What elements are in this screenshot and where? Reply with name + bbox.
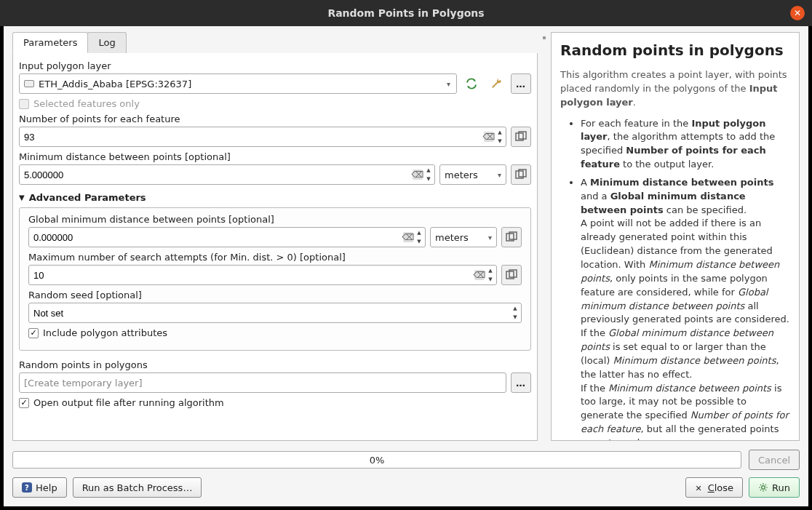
polygon-layer-icon <box>24 80 34 87</box>
tab-log[interactable]: Log <box>87 32 126 53</box>
x-icon <box>695 482 704 493</box>
close-icon: ✕ <box>794 8 801 18</box>
global-min-unit-select[interactable]: meters <box>430 227 497 247</box>
help-intro: This algorithm creates a point layer, wi… <box>560 68 790 110</box>
batch-button[interactable]: Run as Batch Process… <box>73 477 202 498</box>
parameters-form: Input polygon layer ETH_Addis_Ababa [EPS… <box>13 53 537 440</box>
min-dist-input[interactable]: ⌫ ▲▼ <box>19 164 435 185</box>
iterate-button[interactable] <box>461 73 482 94</box>
include-attrs-row[interactable]: Include polygon attributes <box>28 327 522 338</box>
num-points-input[interactable]: ⌫ ▲▼ <box>19 127 506 147</box>
input-layer-combo[interactable]: ETH_Addis_Ababa [EPSG:32637] <box>19 73 457 94</box>
help-list: For each feature in the Input polygon la… <box>560 117 790 441</box>
selected-features-checkbox-row: Selected features only <box>19 98 531 109</box>
tab-parameters[interactable]: Parameters <box>12 32 88 53</box>
data-defined-button[interactable] <box>511 164 531 185</box>
num-points-label: Number of points for each feature <box>19 113 531 124</box>
gear-icon <box>758 482 768 493</box>
wrench-icon <box>490 77 503 90</box>
advanced-options-button[interactable] <box>486 73 506 94</box>
clear-icon[interactable]: ⌫ <box>474 270 485 280</box>
seed-label: Random seed [optional] <box>28 290 522 300</box>
data-defined-button[interactable] <box>511 127 531 147</box>
spin-up[interactable]: ▲ <box>424 166 433 175</box>
cancel-button: Cancel <box>749 450 800 470</box>
clear-icon[interactable]: ⌫ <box>484 132 494 142</box>
max-attempts-label: Maximum number of search attempts (for M… <box>28 252 522 263</box>
progress-bar: 0% <box>12 451 741 469</box>
global-min-input[interactable]: ⌫ ▲▼ <box>28 227 426 247</box>
global-min-label: Global minimum distance between points [… <box>28 214 522 225</box>
tab-bar: Parameters Log <box>12 32 538 53</box>
close-button[interactable]: Close <box>685 477 743 498</box>
data-defined-button[interactable] <box>501 265 522 285</box>
help-icon: ? <box>22 482 32 493</box>
data-override-icon <box>515 169 527 180</box>
open-after-checkbox[interactable] <box>19 398 29 408</box>
spin-down[interactable]: ▼ <box>424 175 433 183</box>
advanced-parameters-box: Global minimum distance between points [… <box>19 207 531 351</box>
browse-layer-button[interactable]: … <box>511 73 531 94</box>
splitter-handle[interactable] <box>542 32 546 441</box>
run-button[interactable]: Run <box>749 477 800 498</box>
window-title: Random Points in Polygons <box>327 7 484 19</box>
max-attempts-input[interactable]: ⌫ ▲▼ <box>28 265 497 285</box>
spin-down[interactable]: ▼ <box>415 237 423 246</box>
min-dist-label: Minimum distance between points [optiona… <box>19 151 531 162</box>
help-panel: Random points in polygons This algorithm… <box>551 32 800 441</box>
seed-input[interactable]: ▲▼ <box>28 303 522 323</box>
spin-up[interactable]: ▲ <box>511 304 520 313</box>
browse-output-button[interactable]: … <box>511 372 531 393</box>
progress-text: 0% <box>370 455 385 466</box>
clear-icon[interactable]: ⌫ <box>403 232 413 242</box>
data-override-icon <box>506 231 517 243</box>
data-override-icon <box>515 131 527 143</box>
spin-up[interactable]: ▲ <box>486 266 495 275</box>
selected-features-checkbox <box>19 99 29 109</box>
help-button[interactable]: ? Help <box>12 477 67 498</box>
iterate-icon <box>465 77 478 90</box>
spin-up[interactable]: ▲ <box>415 228 423 237</box>
window-close-button[interactable]: ✕ <box>790 6 805 20</box>
help-title: Random points in polygons <box>560 40 790 61</box>
advanced-parameters-toggle[interactable]: Advanced Parameters <box>19 192 531 203</box>
data-override-icon <box>506 269 517 281</box>
open-after-row[interactable]: Open output file after running algorithm <box>19 397 531 408</box>
output-label: Random points in polygons <box>19 359 531 370</box>
include-attrs-checkbox[interactable] <box>28 328 39 338</box>
output-path-input[interactable]: [Create temporary layer] <box>19 372 506 393</box>
clear-icon[interactable]: ⌫ <box>413 170 423 180</box>
data-defined-button[interactable] <box>501 227 522 247</box>
svg-point-8 <box>762 486 765 490</box>
min-dist-unit-select[interactable]: meters <box>439 164 506 185</box>
spin-up[interactable]: ▲ <box>495 128 504 137</box>
spin-down[interactable]: ▼ <box>511 313 520 322</box>
titlebar: Random Points in Polygons ✕ <box>0 0 812 26</box>
input-layer-label: Input polygon layer <box>19 60 531 71</box>
spin-down[interactable]: ▼ <box>495 137 504 146</box>
spin-down[interactable]: ▼ <box>486 275 495 284</box>
